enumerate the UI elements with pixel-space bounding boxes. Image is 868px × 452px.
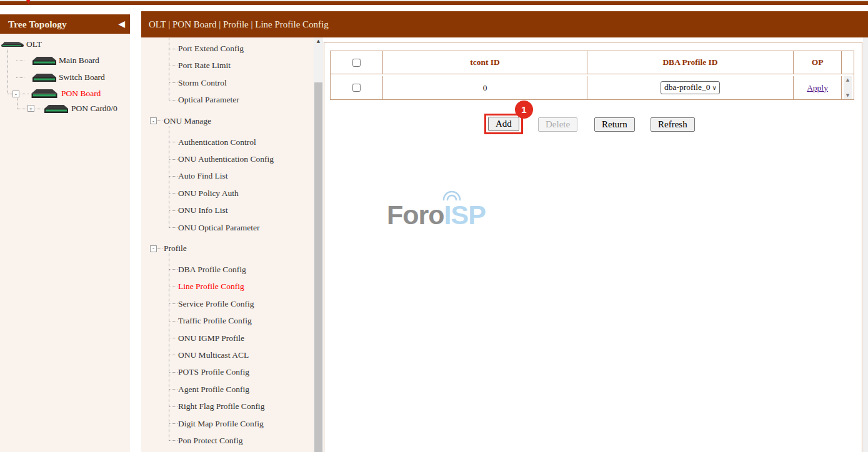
menu-scrollbar[interactable]: ▲ — [314, 37, 323, 452]
menu-item-digit-map-profile-config[interactable]: Digit Map Profile Config — [141, 415, 323, 432]
tree-line — [17, 109, 26, 109]
foroisp-watermark: ForoISP — [387, 200, 486, 230]
breadcrumb-text: OLT | PON Board | Profile | Line Profile… — [149, 19, 329, 30]
tree-node-label: Switch Board — [59, 72, 105, 82]
menu-item-onu-optical-parameter[interactable]: ONU Optical Parameter — [141, 219, 323, 236]
tree-node-label: OLT — [26, 39, 42, 49]
scroll-up-icon[interactable]: ▲ — [846, 77, 849, 82]
olt-device-icon — [1, 42, 24, 47]
menu-item-pon-protect-config[interactable]: Pon Protect Config — [141, 432, 323, 449]
menu-item-agent-profile-config[interactable]: Agent Profile Config — [141, 381, 323, 398]
col-header-op: OP — [794, 51, 842, 74]
delete-button: Delete — [538, 117, 577, 132]
menu-item-onu-policy-auth[interactable]: ONU Policy Auth — [141, 185, 323, 202]
board-device-icon — [30, 89, 59, 98]
table-scrollbar[interactable]: ▲ ▼ — [844, 76, 852, 99]
return-button[interactable]: Return — [594, 117, 635, 132]
tcont-id-value: 0 — [383, 76, 587, 99]
annotation-step-badge: 1 — [515, 101, 533, 119]
menu-item-right-flag-profile-config[interactable]: Right Flag Profile Config — [141, 398, 323, 415]
scrollbar-thumb[interactable] — [314, 82, 322, 452]
row-checkbox[interactable] — [352, 84, 361, 92]
menu-group-label: ONU Manage — [164, 116, 211, 126]
table-row: 0 dba-profile_0 ∨ Apply ▲ ▼ — [331, 76, 854, 99]
menu-item-port-extend-config[interactable]: Port Extend Config — [141, 40, 323, 57]
board-device-icon — [32, 57, 56, 65]
menu-item-onu-authentication-config[interactable]: ONU Authentication Config — [141, 150, 323, 167]
annotation-highlight-box: Add — [484, 114, 523, 134]
menu-item-onu-info-list[interactable]: ONU Info List — [141, 202, 323, 219]
menu-item-onu-igmp-profile[interactable]: ONU IGMP Profile — [141, 330, 323, 346]
row-select-cell — [331, 76, 383, 99]
menu-item-storm-control[interactable]: Storm Control — [141, 74, 323, 91]
op-cell: Apply — [794, 76, 842, 99]
menu-group-label: Profile — [164, 243, 187, 253]
tree-node-label: PON Card0/0 — [71, 104, 117, 114]
menu-item-optical-parameter[interactable]: Optical Parameter — [141, 92, 323, 109]
tree-node-pon-card[interactable]: PON Card0/0 — [44, 102, 117, 115]
tree-line — [21, 94, 29, 94]
tree-node-pon-board[interactable]: PON Board — [30, 87, 101, 100]
menu-item-onu-multicast-acl[interactable]: ONU Multicast ACL — [141, 346, 323, 363]
tree-topology-header: Tree Topology ◀ — [0, 14, 130, 34]
table-body-scroll-area: ▲ ▼ — [842, 76, 854, 99]
select-all-cell — [331, 51, 383, 74]
tree-node-label: Main Board — [59, 56, 99, 66]
scroll-up-icon[interactable]: ▲ — [314, 37, 323, 46]
tree-topology-panel: - + OLT Main Board Switch Board PON — [0, 34, 130, 452]
dba-profile-cell: dba-profile_0 ∨ — [587, 76, 794, 99]
top-accent-bar — [0, 1, 868, 5]
add-button[interactable]: Add — [488, 117, 519, 131]
tree-toggle-pon-board[interactable]: - — [12, 91, 19, 97]
menu-item-service-profile-config[interactable]: Service Profile Config — [141, 295, 323, 312]
scroll-down-icon[interactable]: ▼ — [846, 93, 849, 98]
col-header-spacer — [842, 51, 854, 74]
col-header-dba-profile-id: DBA Profile ID — [587, 51, 794, 74]
tree-node-label: PON Board — [61, 89, 101, 99]
tree-topology-title: Tree Topology — [8, 19, 67, 30]
content-area: tcont ID DBA Profile ID OP 0 dba-profile… — [324, 42, 862, 452]
menu-item-port-rate-limit[interactable]: Port Rate Limit — [141, 57, 323, 74]
tcont-table: tcont ID DBA Profile ID OP 0 dba-profile… — [330, 51, 854, 100]
board-device-icon — [44, 105, 69, 113]
menu-item-traffic-profile-config[interactable]: Traffic Profile Config — [141, 312, 323, 329]
collapse-toggle-icon[interactable]: - — [150, 245, 157, 252]
annotation-arrow-icon: ▼ — [26, 0, 31, 5]
tree-line — [8, 94, 12, 94]
collapse-panel-icon[interactable]: ◀ — [118, 19, 125, 29]
menu-panel: Port Config Port Extend Config Port Rate… — [141, 37, 323, 452]
page-scrollbar-strip[interactable] — [863, 37, 868, 452]
refresh-button[interactable]: Refresh — [651, 117, 695, 132]
menu-item-authentication-control[interactable]: Authentication Control — [141, 134, 323, 150]
collapse-toggle-icon[interactable]: - — [150, 117, 157, 124]
tree-line — [36, 109, 42, 109]
tree-node-olt[interactable]: OLT — [1, 38, 42, 51]
tree-node-switch-board[interactable]: Switch Board — [32, 71, 105, 84]
tree-line — [16, 61, 24, 61]
menu-item-auto-find-list[interactable]: Auto Find List — [141, 168, 323, 185]
dba-profile-select[interactable]: dba-profile_0 ∨ — [661, 81, 720, 94]
tree-line — [16, 77, 24, 78]
board-device-icon — [32, 74, 56, 82]
breadcrumb: OLT | PON Board | Profile | Line Profile… — [141, 11, 868, 37]
menu-item-dba-profile-config[interactable]: DBA Profile Config — [141, 261, 323, 278]
tree-toggle-pon-card[interactable]: + — [27, 105, 34, 112]
menu-item-pots-profile-config[interactable]: POTS Profile Config — [141, 364, 323, 381]
menu-item-line-profile-config[interactable]: Line Profile Config — [141, 278, 323, 295]
chevron-down-icon: ∨ — [712, 84, 717, 91]
tree-node-main-board[interactable]: Main Board — [32, 54, 99, 67]
tree-line — [17, 98, 17, 109]
apply-link[interactable]: Apply — [807, 83, 828, 93]
tree-line — [7, 49, 8, 94]
antenna-waves-icon — [439, 189, 464, 202]
table-header-row: tcont ID DBA Profile ID OP — [331, 51, 854, 74]
select-all-checkbox[interactable] — [352, 59, 361, 67]
col-header-tcont-id: tcont ID — [383, 51, 587, 74]
